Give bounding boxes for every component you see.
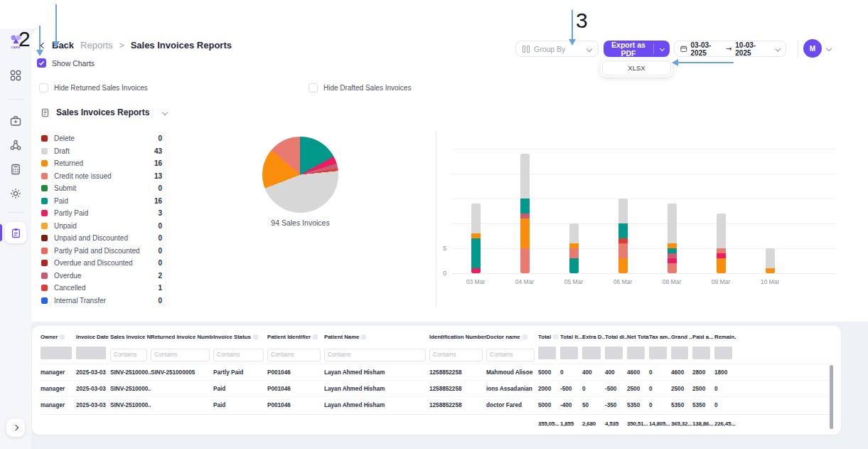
filter-input[interactable] [324, 349, 426, 361]
column-menu-icon[interactable] [253, 334, 258, 339]
bar-09-mar[interactable] [717, 213, 726, 273]
bar-06-mar[interactable] [618, 199, 628, 273]
filter-cell [110, 347, 151, 361]
chevron-down-icon[interactable] [826, 46, 832, 51]
sidebar-expand-button[interactable] [6, 418, 25, 437]
column-header[interactable]: Returned Invoice Number [151, 334, 213, 340]
show-charts-checkbox-row[interactable]: Show Charts [37, 58, 95, 68]
breadcrumb-reports[interactable]: Reports [80, 40, 113, 51]
table-row[interactable]: manager2025-03-03SINV-2510000...PaidP001… [41, 396, 832, 413]
hide-drafted-checkbox-row[interactable]: Hide Drafted Sales Invoices [309, 83, 411, 93]
export-menu-toggle[interactable] [654, 47, 670, 51]
sidebar-item-medical[interactable] [0, 115, 31, 127]
export-xlsx-option[interactable]: XLSX [602, 60, 671, 75]
legend-item[interactable]: Internal Transfer0 [33, 295, 165, 307]
table-row[interactable]: manager2025-03-03SINV-2510000...SINV-251… [41, 364, 832, 380]
vertical-scrollbar[interactable] [830, 365, 833, 429]
filter-input[interactable] [213, 349, 264, 361]
filter-input[interactable] [110, 349, 147, 361]
legend-item[interactable]: Draft43 [33, 145, 165, 158]
legend-item[interactable]: Unpaid and Discounted0 [33, 232, 165, 245]
export-pdf-split-button[interactable]: Export as PDF [604, 41, 670, 57]
column-header[interactable]: Total [538, 334, 560, 340]
hide-returned-checkbox[interactable] [39, 83, 48, 93]
filter-select-box[interactable] [627, 347, 645, 359]
filter-input[interactable] [151, 349, 210, 361]
legend-item[interactable]: Returned16 [33, 157, 165, 170]
legend-item[interactable]: Paid16 [33, 195, 165, 208]
gridline [451, 149, 836, 149]
column-header[interactable]: Net Total [627, 334, 649, 340]
filter-select-box[interactable] [714, 347, 732, 359]
column-header[interactable]: Total di... [605, 334, 627, 340]
bar-segment [668, 253, 677, 258]
filter-select-box[interactable] [582, 347, 601, 359]
date-range-picker[interactable]: 03-03-2025 → 10-03-2025 [674, 41, 786, 57]
sidebar-item-reports-active[interactable] [5, 222, 26, 243]
column-header[interactable]: Patient Identifier [267, 334, 324, 340]
filter-select-box[interactable] [649, 347, 667, 359]
legend-item[interactable]: Delete0 [33, 132, 165, 145]
legend-item[interactable]: Partly Paid3 [33, 207, 165, 220]
column-header[interactable]: Paid a... [692, 334, 714, 340]
column-header[interactable]: Remain... [714, 334, 736, 340]
filter-select-box[interactable] [671, 347, 688, 359]
column-menu-icon[interactable] [553, 334, 558, 339]
column-menu-icon[interactable] [313, 334, 318, 339]
sidebar-item-network[interactable] [0, 139, 31, 151]
table-cell: 5000 [538, 402, 560, 408]
column-header[interactable]: Total It... [560, 334, 582, 340]
table-row[interactable]: manager2025-03-03SINV-2510000...PaidP001… [41, 380, 832, 396]
filter-select-box[interactable] [538, 347, 556, 359]
filter-input[interactable] [267, 349, 321, 361]
legend-item[interactable]: Partly Paid and Discounted0 [33, 245, 165, 258]
legend-item[interactable]: Overdue2 [33, 270, 165, 282]
legend-item[interactable]: Overdue and Discounted0 [33, 257, 165, 270]
filter-input[interactable] [486, 349, 535, 361]
filter-select-box[interactable] [605, 347, 623, 359]
column-menu-icon[interactable] [523, 334, 527, 339]
pie-chart[interactable] [262, 137, 338, 213]
avatar[interactable]: M [803, 39, 822, 58]
filter-select-box[interactable] [692, 347, 710, 359]
show-charts-checkbox[interactable] [37, 58, 46, 68]
sidebar-item-settings[interactable] [0, 188, 31, 199]
column-header[interactable]: Invoice Status [213, 334, 267, 340]
filter-select-box[interactable] [41, 347, 72, 359]
y-axis-tick-label: 0 [436, 270, 446, 277]
bar-03-mar[interactable] [471, 204, 481, 273]
column-header[interactable]: Patient Name [324, 334, 429, 340]
column-menu-icon[interactable] [60, 334, 65, 339]
legend-item[interactable]: Submit0 [33, 182, 165, 195]
column-header[interactable]: Invoice Date [76, 334, 110, 340]
legend-item[interactable]: Unpaid0 [33, 220, 165, 233]
column-header[interactable]: Grand ... [671, 334, 692, 340]
column-header-label: Owner [41, 334, 58, 340]
column-header[interactable]: Owner [41, 334, 76, 340]
bar-05-mar[interactable] [569, 223, 579, 273]
bar-08-mar[interactable] [668, 204, 677, 273]
sidebar-item-dashboard[interactable] [0, 70, 31, 81]
table-header-row: OwnerInvoice DateSales Invoice Nu...Retu… [41, 334, 736, 340]
filter-select-box[interactable] [560, 347, 578, 359]
hide-returned-checkbox-row[interactable]: Hide Returned Sales Invoices [39, 83, 148, 93]
column-menu-icon[interactable] [361, 334, 366, 339]
filter-select-box[interactable] [76, 347, 106, 359]
group-by-dropdown[interactable]: Group By [515, 41, 599, 57]
bar-04-mar[interactable] [520, 154, 530, 273]
sidebar-item-billing[interactable] [0, 164, 31, 175]
export-pdf-button[interactable]: Export as PDF [604, 41, 653, 57]
filter-input[interactable] [429, 349, 483, 361]
back-chevron-icon[interactable] [41, 42, 46, 48]
column-header[interactable]: Tax am... [649, 334, 671, 340]
report-type-dropdown[interactable]: Sales Invoices Reports [41, 107, 167, 117]
hide-drafted-checkbox[interactable] [309, 83, 318, 93]
column-header[interactable]: Identification Number [429, 334, 486, 340]
bar-10-mar[interactable] [766, 248, 775, 273]
column-header[interactable]: Doctor name [486, 334, 538, 340]
column-header[interactable]: Extra D... [582, 334, 605, 340]
legend-item[interactable]: Credit note issued13 [33, 170, 165, 183]
legend-item[interactable]: Cancelled1 [33, 282, 165, 295]
date-to: 10-03-2025 [735, 41, 766, 57]
column-header[interactable]: Sales Invoice Nu... [110, 334, 151, 340]
